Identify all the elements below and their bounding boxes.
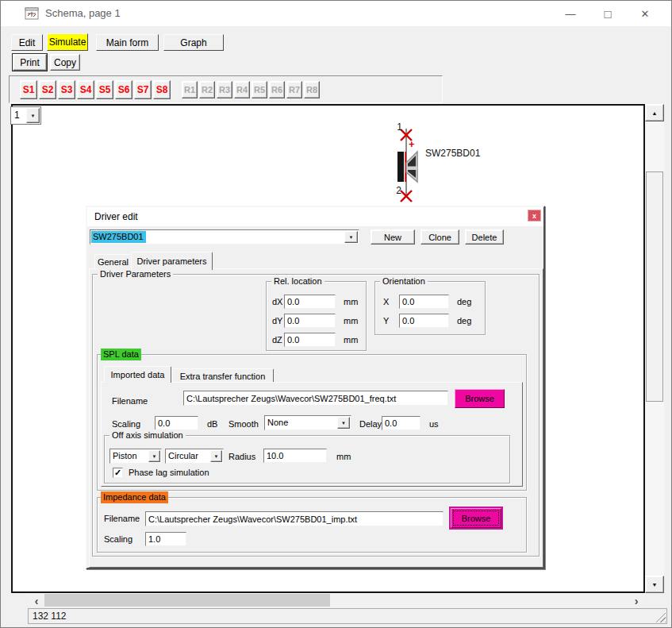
menu-main-form[interactable]: Main form — [96, 34, 159, 51]
spl-data-group: SPL data Imported data Extra transfer fu… — [97, 354, 527, 491]
s2-button[interactable]: S2 — [39, 80, 56, 99]
cursor-coordinates: 132 112 — [33, 611, 67, 622]
dz-unit: mm — [344, 335, 358, 345]
impedance-filename-label: Filename — [104, 514, 140, 523]
orientation-x-input[interactable] — [399, 295, 449, 309]
horizontal-scroll-thumb[interactable] — [44, 594, 330, 607]
new-button[interactable]: New — [371, 229, 415, 245]
channel-toolbar: S1 S2 S3 S4 S5 S6 S7 S8 R1 R2 R3 R4 R5 R… — [9, 75, 443, 103]
chevron-down-icon[interactable]: ▼ — [344, 231, 358, 243]
dialog-close-button[interactable]: x — [528, 210, 541, 222]
dialog-title-bar[interactable]: Driver edit — [87, 207, 543, 226]
scroll-down-icon[interactable]: ▼ — [645, 576, 664, 593]
dx-unit: mm — [344, 297, 358, 306]
r7-button[interactable]: R7 — [286, 81, 302, 98]
resize-grip[interactable] — [655, 612, 666, 622]
print-button[interactable]: Print — [13, 54, 47, 71]
r8-button[interactable]: R8 — [304, 81, 320, 98]
app-window: Schema, page 1 — □ ✕ Edit Simulate Main … — [0, 0, 672, 628]
impedance-scaling-input[interactable] — [145, 532, 186, 546]
r5-button[interactable]: R5 — [252, 81, 267, 98]
impedance-filename-input[interactable] — [145, 511, 444, 526]
dx-input[interactable] — [284, 295, 336, 309]
chevron-down-icon[interactable]: ▼ — [210, 450, 222, 462]
tab-imported-data[interactable]: Imported data — [104, 366, 171, 383]
tab-general[interactable]: General — [94, 254, 132, 269]
horizontal-scrollbar[interactable]: ‹ › — [29, 593, 644, 608]
spl-scaling-label: Scaling — [112, 419, 140, 429]
off-axis-title: Off axis simulation — [109, 430, 186, 441]
minimize-button[interactable]: — — [557, 1, 584, 26]
chevron-down-icon[interactable]: ▼ — [337, 417, 350, 429]
chevron-down-icon[interactable]: ▼ — [26, 108, 40, 123]
spl-browse-button[interactable]: Browse — [455, 389, 505, 408]
driver-symbol[interactable]: 1 2 + SW275BD01 — [374, 118, 532, 207]
orientation-y-input[interactable] — [399, 314, 449, 328]
dz-label: dZ — [272, 335, 282, 345]
maximize-button[interactable]: □ — [594, 1, 621, 26]
impedance-data-group: Impedance data Filename Browse Scaling — [97, 497, 527, 553]
menu-graph[interactable]: Graph — [163, 34, 224, 51]
vertical-scrollbar[interactable]: ▲ ▼ — [645, 104, 664, 593]
menu-simulate[interactable]: Simulate — [47, 33, 88, 51]
impedance-data-title: Impedance data — [101, 491, 168, 503]
close-button[interactable]: ✕ — [632, 1, 659, 26]
copy-button[interactable]: Copy — [50, 54, 80, 71]
driver-edit-dialog: Driver edit x SW275BD01 ▼ New Clone Dele… — [86, 206, 545, 569]
scroll-up-icon[interactable]: ▲ — [645, 104, 664, 121]
r2-button[interactable]: R2 — [199, 81, 215, 98]
dy-label: dY — [272, 316, 282, 326]
dz-input[interactable] — [284, 333, 336, 347]
app-icon — [25, 7, 39, 20]
scroll-left-icon[interactable]: ‹ — [29, 593, 44, 608]
off-axis-shape-combo[interactable]: Circular ▼ — [165, 449, 224, 464]
driver-select-value: SW275BD01 — [91, 231, 146, 243]
tab-driver-parameters[interactable]: Driver parameters — [131, 252, 213, 270]
s7-button[interactable]: S7 — [134, 80, 152, 99]
chevron-down-icon[interactable]: ▼ — [148, 450, 160, 462]
smooth-combo[interactable]: None ▼ — [264, 415, 351, 430]
r1-button[interactable]: R1 — [182, 81, 198, 98]
delay-input[interactable] — [382, 416, 420, 430]
driver-parameters-group-title: Driver Parameters — [98, 268, 173, 280]
s1-button[interactable]: S1 — [20, 80, 37, 99]
r6-button[interactable]: R6 — [269, 81, 285, 98]
s5-button[interactable]: S5 — [96, 80, 113, 99]
page-selector[interactable]: 1 ▼ — [10, 106, 41, 125]
s8-button[interactable]: S8 — [153, 80, 171, 99]
spl-scaling-unit: dB — [207, 419, 217, 429]
dy-unit: mm — [344, 316, 358, 326]
spl-data-title: SPL data — [101, 349, 141, 360]
radius-input[interactable] — [263, 449, 327, 463]
clone-button[interactable]: Clone — [420, 229, 459, 245]
orientation-y-unit: deg — [457, 316, 471, 326]
impedance-scaling-label: Scaling — [104, 534, 132, 544]
driver-select-combo[interactable]: SW275BD01 ▼ — [90, 229, 359, 245]
driver-parameters-group: Driver Parameters Rel. location dX mm dY… — [92, 274, 540, 557]
s4-button[interactable]: S4 — [77, 80, 94, 99]
r4-button[interactable]: R4 — [234, 81, 250, 98]
polarity-plus: + — [409, 138, 415, 150]
orientation-x-unit: deg — [457, 297, 471, 306]
phase-lag-checkbox[interactable]: ✓ — [113, 468, 123, 478]
delete-button[interactable]: Delete — [465, 229, 504, 245]
off-axis-model-combo[interactable]: Piston ▼ — [109, 449, 162, 464]
dy-input[interactable] — [284, 314, 336, 328]
scroll-right-icon[interactable]: › — [628, 593, 644, 608]
impedance-browse-button[interactable]: Browse — [451, 508, 501, 528]
r3-button[interactable]: R3 — [217, 81, 232, 98]
off-axis-model-value: Piston — [113, 451, 137, 460]
smooth-value: None — [267, 418, 288, 427]
driver-magnet — [397, 152, 404, 182]
orientation-x-label: X — [383, 297, 389, 306]
s3-button[interactable]: S3 — [58, 80, 75, 99]
spl-scaling-input[interactable] — [155, 416, 198, 430]
radius-unit: mm — [336, 452, 351, 461]
vertical-scroll-thumb[interactable] — [646, 171, 663, 402]
page-selector-value: 1 — [14, 110, 20, 121]
tab-extra-transfer-function[interactable]: Extra transfer function — [171, 368, 274, 383]
menu-edit[interactable]: Edit — [11, 34, 43, 51]
smooth-label: Smooth — [228, 419, 259, 429]
s6-button[interactable]: S6 — [115, 80, 132, 99]
spl-filename-input[interactable] — [183, 391, 448, 406]
